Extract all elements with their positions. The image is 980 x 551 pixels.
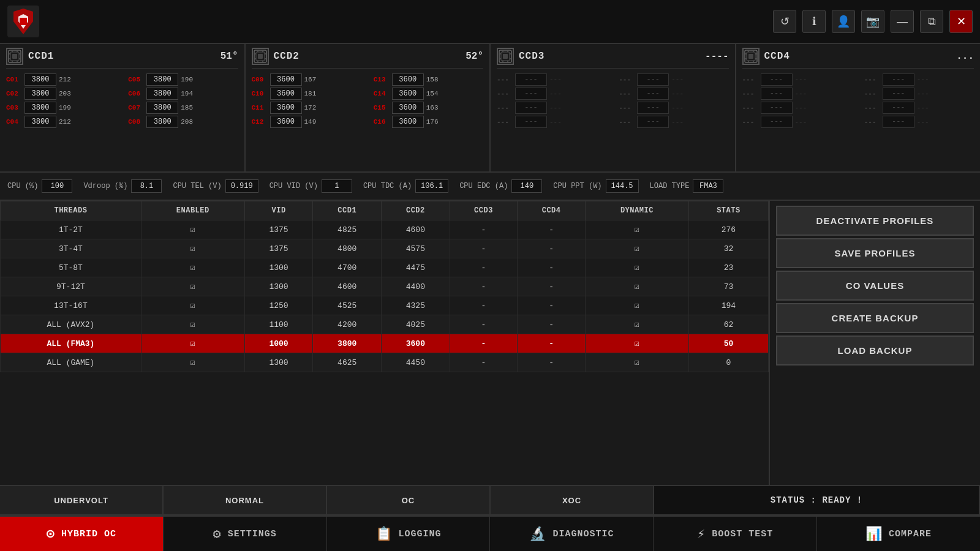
deactivate-profiles-button[interactable]: DEACTIVATE PROFILES — [776, 206, 974, 236]
table-row[interactable]: ALL (AVX2)☑110042004025--☑62 — [1, 315, 769, 334]
diagnostic-nav[interactable]: 🔬 DIAGNOSTIC — [490, 517, 654, 551]
undervolt-button[interactable]: UNDERVOLT — [0, 486, 164, 514]
core-freq-input[interactable] — [146, 88, 178, 100]
ccd-title-ccd2: CCD2 — [274, 51, 300, 62]
ccd-cores: --- --- --- --- --- --- --- --- — [497, 73, 729, 128]
table-row[interactable]: ALL (GAME)☑130046254450--☑0 — [1, 353, 769, 372]
core-freq-input[interactable] — [24, 116, 56, 128]
info-btn[interactable]: ℹ — [802, 10, 826, 33]
hybrid-oc-nav[interactable]: ⊙ HYBRID OC — [0, 517, 164, 551]
table-cell: ALL (FMA3) — [1, 334, 141, 353]
table-header: STATS — [688, 201, 768, 220]
table-row[interactable]: 5T-8T☑130047004475--☑23 — [1, 258, 769, 277]
table-cell: 1375 — [244, 239, 313, 258]
load-backup-button[interactable]: LOAD BACKUP — [776, 335, 974, 365]
core-label: C08 — [128, 118, 144, 126]
core-freq-input[interactable] — [270, 88, 302, 100]
core-stat: 181 — [304, 90, 322, 97]
table-cell: ALL (AVX2) — [1, 315, 141, 334]
table-cell: ☑ — [141, 334, 244, 353]
co-values-button[interactable]: CO VALUES — [776, 271, 974, 301]
core-stat: 208 — [181, 118, 198, 126]
table-cell: 4325 — [382, 296, 450, 315]
table-row[interactable]: ALL (FMA3)☑100038003600--☑50 — [1, 334, 769, 353]
table-cell: - — [450, 296, 518, 315]
metric-value: 1 — [322, 179, 352, 193]
restore-btn[interactable]: ⧉ — [920, 10, 943, 33]
metric-group: CPU EDC (A) 140 — [459, 179, 542, 193]
core-freq-input[interactable] — [392, 102, 424, 114]
table-cell: ALL (GAME) — [1, 353, 141, 372]
close-btn[interactable]: ✕ — [949, 10, 973, 33]
table-row[interactable]: 1T-2T☑137548254600--☑276 — [1, 220, 769, 239]
table-cell: 4475 — [382, 258, 450, 277]
core-row: --- --- — [742, 102, 852, 114]
core-freq-input[interactable] — [392, 73, 424, 86]
table-row[interactable]: 3T-4T☑137548004575--☑32 — [1, 239, 769, 258]
logging-nav[interactable]: 📋 LOGGING — [327, 517, 491, 551]
metric-value: 8.1 — [131, 179, 162, 193]
table-cell: - — [450, 277, 518, 296]
table-cell: ☑ — [141, 315, 244, 334]
ccd-cores: --- --- --- --- --- --- --- --- — [742, 73, 974, 128]
core-freq-input[interactable] — [270, 102, 302, 114]
refresh-btn[interactable]: ↺ — [773, 10, 796, 33]
core-freq-input — [883, 88, 914, 100]
table-cell: 1100 — [244, 315, 313, 334]
table-row[interactable]: 9T-12T☑130046004400--☑73 — [1, 277, 769, 296]
table-cell: 4400 — [382, 277, 450, 296]
core-label: C01 — [6, 76, 22, 83]
core-freq-input[interactable] — [392, 116, 424, 128]
minimize-btn[interactable]: — — [891, 10, 914, 33]
metric-group: LOAD TYPE FMA3 — [650, 179, 724, 193]
core-stat: --- — [795, 118, 812, 126]
save-profiles-button[interactable]: SAVE PROFILES — [776, 238, 974, 268]
os-info — [167, 15, 773, 27]
core-stat: --- — [671, 76, 688, 83]
core-freq-input[interactable] — [146, 102, 178, 114]
create-backup-button[interactable]: CREATE BACKUP — [776, 303, 974, 333]
core-label: C13 — [374, 76, 390, 83]
table-cell: 5T-8T — [1, 258, 141, 277]
core-freq-input[interactable] — [270, 73, 302, 86]
compare-nav[interactable]: 📊 COMPARE — [817, 517, 980, 551]
core-freq-input[interactable] — [146, 116, 178, 128]
core-row: --- --- — [864, 88, 974, 100]
xoc-button[interactable]: XOC — [491, 486, 654, 514]
ccd-cores: C09 167 C13 158 C10 181 C14 154 — [252, 73, 484, 128]
table-header: CCD2 — [382, 201, 450, 220]
table-cell: 3600 — [382, 334, 450, 353]
core-row: C15 163 — [374, 102, 483, 114]
oc-button[interactable]: OC — [327, 486, 491, 514]
logo-icon — [7, 6, 39, 37]
table-cell: ☑ — [141, 277, 244, 296]
table-row[interactable]: 13T-16T☑125045254325--☑194 — [1, 296, 769, 315]
core-row: --- --- — [864, 73, 974, 86]
core-freq-input[interactable] — [24, 102, 56, 114]
metric-group: CPU VID (V) 1 — [270, 179, 352, 193]
settings-nav[interactable]: ⚙ SETTINGS — [164, 517, 327, 551]
nav-bar: ⊙ HYBRID OC ⚙ SETTINGS 📋 LOGGING 🔬 DIAGN… — [0, 515, 980, 551]
core-freq-input[interactable] — [146, 73, 178, 86]
core-freq-input[interactable] — [24, 73, 56, 86]
core-stat: --- — [917, 76, 934, 83]
table-cell: 4575 — [382, 239, 450, 258]
core-row: C05 190 — [128, 73, 238, 86]
core-label: C12 — [252, 118, 268, 126]
user-btn[interactable]: 👤 — [832, 10, 855, 33]
core-freq-input[interactable] — [392, 88, 424, 100]
table-cell: 1300 — [244, 277, 313, 296]
screenshot-btn[interactable]: 📷 — [861, 10, 884, 33]
core-freq-input[interactable] — [270, 116, 302, 128]
core-label: --- — [619, 90, 635, 97]
core-label: --- — [864, 76, 880, 83]
core-row: C06 194 — [128, 88, 238, 100]
metric-value: 144.5 — [606, 179, 639, 193]
normal-button[interactable]: NORMAL — [164, 486, 327, 514]
core-freq-input[interactable] — [24, 88, 56, 100]
core-label: C10 — [252, 90, 268, 97]
core-label: --- — [864, 104, 880, 111]
boost-test-nav[interactable]: ⚡ BOOST TEST — [654, 517, 817, 551]
table-cell: 1375 — [244, 220, 313, 239]
table-cell: - — [518, 353, 586, 372]
